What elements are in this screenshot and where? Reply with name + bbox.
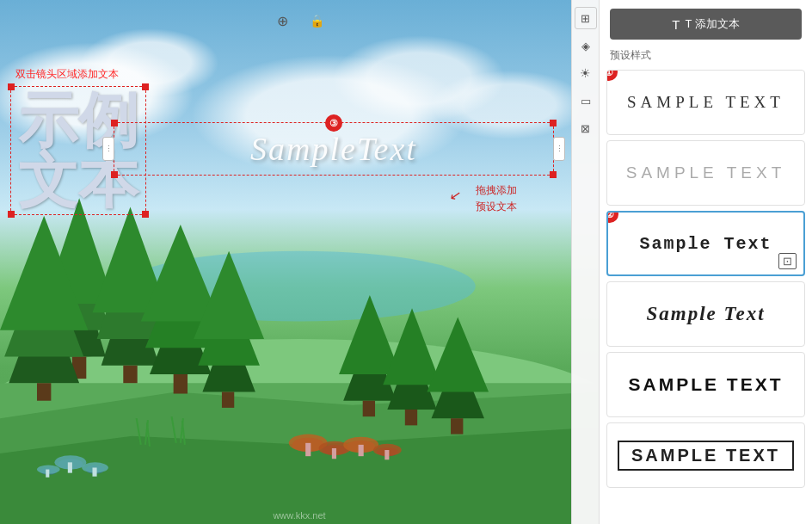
sel-dot-br <box>142 211 149 218</box>
sel-dot-st-tr <box>550 120 557 126</box>
badge-1: ① <box>606 70 618 81</box>
add-text-icon: T <box>672 17 680 32</box>
toolbar-icon-rect[interactable]: ▭ <box>575 89 597 112</box>
toolbar-icon-cube[interactable]: ◈ <box>575 34 597 57</box>
style-4-text: Sample Text <box>646 303 765 325</box>
resize-handle-right[interactable]: ⋮ <box>553 137 565 161</box>
style-item-2[interactable]: SAMPLE TEXT <box>606 140 805 206</box>
canvas-watermark: www.kkx.net <box>273 510 325 521</box>
sel-dot-tr <box>142 83 149 90</box>
preset-styles-label: 预设样式 <box>600 46 812 70</box>
sel-dot-st-br <box>550 171 557 178</box>
styles-list: ① SAMPLE TEXT SAMPLE TEXT ② Sample Text … <box>600 70 812 524</box>
add-text-label: T 添加文本 <box>685 16 739 32</box>
badge-2: ② <box>606 211 618 223</box>
resize-handle-left[interactable]: ⋮ <box>102 137 114 161</box>
gps-icon[interactable]: ⊕ <box>272 10 292 31</box>
canvas-top-controls: ⊕ 🔒 <box>272 10 327 31</box>
sample-text-display: SampleText <box>140 130 527 168</box>
style-item-3[interactable]: ② Sample Text ⊡ <box>606 211 805 276</box>
style-item-6[interactable]: SAMPLE TEXT <box>606 422 805 488</box>
style-item-5[interactable]: SAMPLE TEXT <box>606 352 805 417</box>
sample-text-selection[interactable]: ⋮ ⋮ ③ SampleText <box>114 122 554 176</box>
lock-icon[interactable]: 🔒 <box>306 10 327 31</box>
canvas-vertical-toolbar: ⊞ ◈ ☀ ▭ ⊠ <box>571 0 599 524</box>
canvas-hint-text: 双击镜头区域添加文本 <box>15 67 119 82</box>
sel-dot-bl <box>8 211 15 218</box>
sel-dot-st-tl <box>111 120 118 126</box>
style-2-text: SAMPLE TEXT <box>626 163 786 182</box>
dnd-hint-text: 拖拽添加 预设文本 <box>476 182 517 215</box>
toolbar-icon-sun[interactable]: ☀ <box>575 62 597 84</box>
add-text-button[interactable]: T T 添加文本 <box>610 9 802 40</box>
canvas-area[interactable]: 双击镜头区域添加文本 示例文本 ⋮ ⋮ ③ SampleText 拖拽添加 预设… <box>0 0 599 524</box>
style-3-camera-icon: ⊡ <box>778 253 797 269</box>
toolbar-icon-grid[interactable]: ⊞ <box>575 7 597 29</box>
style-1-text: SAMPLE TEXT <box>627 93 784 112</box>
sel-dot-st-bl <box>111 171 118 178</box>
style-item-1[interactable]: ① SAMPLE TEXT <box>606 70 805 135</box>
sel-dot-tl <box>8 83 15 90</box>
toolbar-icon-crop[interactable]: ⊠ <box>575 117 597 139</box>
style-5-text: SAMPLE TEXT <box>628 374 783 395</box>
style-3-text: Sample Text <box>639 234 772 254</box>
dnd-hint-area: 拖拽添加 预设文本 ↙ <box>476 182 517 215</box>
style-6-text: SAMPLE TEXT <box>618 441 794 471</box>
style-item-4[interactable]: Sample Text <box>606 281 805 347</box>
badge-3: ③ <box>325 114 342 132</box>
right-panel: T T 添加文本 预设样式 ① SAMPLE TEXT SAMPLE TEXT … <box>599 0 812 524</box>
